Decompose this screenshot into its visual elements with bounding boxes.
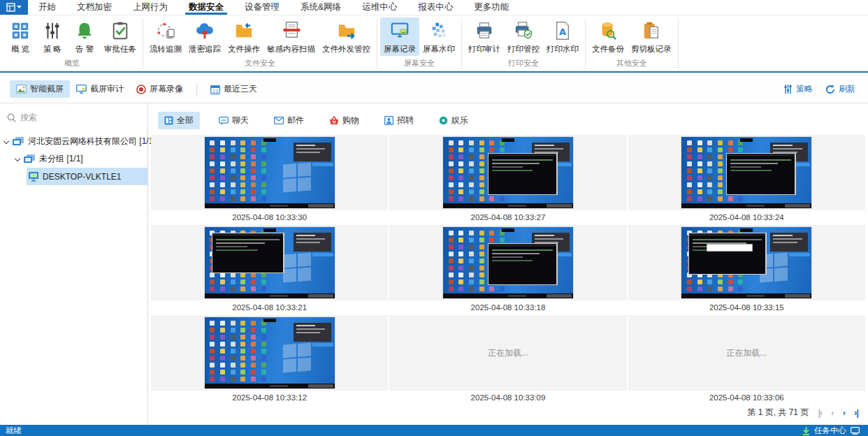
clipboard-record-button[interactable]: 剪切板记录	[628, 17, 675, 56]
screen-watermark-button[interactable]: 屏幕水印	[419, 17, 458, 56]
tab-mail[interactable]: 邮件	[268, 112, 310, 129]
tree-node-ungrouped[interactable]: 未分组 [1/1]	[0, 150, 147, 168]
approval-tasks-button[interactable]: 审批任务	[101, 17, 140, 56]
policy-button[interactable]: 策 略	[36, 17, 68, 56]
screenshot-thumbnail[interactable]	[443, 227, 573, 298]
policy-link-button[interactable]: 策略	[782, 80, 814, 98]
capture-audit-button[interactable]: 截屏审计	[70, 80, 130, 98]
tree-node-label: DESKTOP-VLKTLE1	[43, 172, 122, 182]
screenshot-thumbnail[interactable]	[205, 317, 335, 388]
refresh-button[interactable]: 刷新	[824, 80, 857, 98]
button-label: 敏感内容扫描	[267, 44, 315, 54]
file-operation-button[interactable]: 文件操作	[224, 17, 263, 56]
tree-node-desktop[interactable]: DESKTOP-VLKTLE1	[0, 168, 147, 185]
category-tabs: 全部 聊天 邮件 购物 招聘 娱乐	[158, 112, 868, 129]
console-window	[488, 243, 558, 285]
menu-item-data-security[interactable]: 数据安全	[178, 0, 234, 15]
main-panel: 全部 聊天 邮件 购物 招聘 娱乐	[148, 103, 868, 425]
prev-page-button[interactable]: ‹	[831, 407, 833, 418]
screen-video-button[interactable]: 屏幕录像	[130, 80, 189, 98]
task-center-link[interactable]: 任务中心	[814, 426, 846, 436]
shopping-basket-icon	[329, 116, 339, 125]
tab-shopping[interactable]: 购物	[323, 112, 366, 129]
ribbon-group-label: 文件安全	[143, 57, 377, 71]
tray-window-icon[interactable]	[851, 427, 860, 435]
app-menu-button[interactable]	[0, 0, 28, 15]
search-placeholder: 搜索	[20, 112, 37, 124]
screenshot-thumbnail[interactable]	[205, 227, 335, 298]
thumbnail-frame	[628, 135, 865, 210]
flow-trace-button[interactable]: 流转追溯	[146, 17, 185, 56]
overview-button[interactable]: 概 览	[4, 17, 36, 56]
notification-toast	[770, 233, 808, 252]
button-label: 流转追溯	[150, 44, 182, 54]
recent-three-days-button[interactable]: 23 最近三天	[204, 80, 263, 98]
menu-item-more[interactable]: 更多功能	[463, 0, 519, 15]
first-page-button[interactable]: |‹	[818, 407, 822, 418]
tab-label: 娱乐	[451, 115, 468, 126]
tree-node-company[interactable]: 河北安固云网络科技有限公司 [1/1]	[0, 133, 147, 150]
blue-strip	[312, 253, 333, 256]
app-icon	[6, 3, 15, 12]
grid-icon	[164, 116, 173, 125]
thumbnail-frame	[389, 135, 626, 210]
print-control-button[interactable]: 打印管控	[504, 17, 543, 56]
computers-group-icon	[24, 154, 36, 164]
print-audit-button[interactable]: 打印审计	[465, 17, 504, 56]
tab-label: 邮件	[287, 115, 304, 126]
windows-logo	[283, 253, 311, 283]
button-label: 泄密追踪	[189, 44, 221, 54]
tab-entertainment[interactable]: 娱乐	[433, 112, 475, 129]
monitor-record-icon	[390, 20, 410, 42]
leak-trace-button[interactable]: 泄密追踪	[185, 17, 224, 56]
svg-text:A: A	[559, 27, 567, 37]
button-label: 文件备份	[592, 44, 624, 54]
sub-toolbar: 智能截屏 截屏审计 屏幕录像 23 最近三天 策略 刷新	[0, 73, 868, 103]
screenshot-cell: 正在加载... 2025-04-08 10:33:06	[628, 315, 865, 404]
button-label: 策略	[796, 83, 813, 95]
print-watermark-button[interactable]: A 打印水印	[543, 17, 582, 56]
search-input[interactable]: 搜索	[0, 108, 147, 127]
tab-all[interactable]: 全部	[158, 112, 200, 129]
menu-item-report-center[interactable]: 报表中心	[407, 0, 463, 15]
menu-item-ops-center[interactable]: 运维中心	[352, 0, 407, 15]
top-widget	[740, 228, 753, 232]
smart-capture-button[interactable]: 智能截屏	[10, 80, 70, 98]
top-widget	[263, 228, 276, 232]
ribbon-separator	[678, 18, 679, 69]
tab-chat[interactable]: 聊天	[212, 112, 255, 129]
next-page-button[interactable]: ›	[843, 407, 845, 418]
cloud-arrow-icon	[195, 20, 215, 42]
ribbon-group-file-security: 流转追溯 泄密追踪 文件操作 敏感内容扫描 文件外发管控 文件安全	[143, 16, 377, 71]
file-outgoing-control-button[interactable]: 文件外发管控	[319, 17, 374, 56]
top-widget	[263, 319, 276, 322]
screenshot-timestamp: 2025-04-08 10:33:27	[389, 210, 626, 224]
alert-button[interactable]: 告 警	[68, 17, 101, 56]
screen-record-button[interactable]: 屏幕记录	[380, 17, 419, 56]
menu-item-device-mgmt[interactable]: 设备管理	[234, 0, 290, 15]
chevron-expand-icon[interactable]	[15, 155, 20, 161]
database-search-icon	[598, 20, 618, 42]
button-label: 审批任务	[104, 44, 136, 54]
last-page-button[interactable]: ›|	[854, 407, 858, 418]
taskbar	[205, 384, 335, 388]
menu-item-system-network[interactable]: 系统&网络	[290, 0, 352, 15]
thumbnail-frame	[151, 225, 388, 300]
blue-strip	[312, 163, 333, 166]
button-label: 截屏审计	[90, 83, 124, 95]
screenshot-thumbnail[interactable]	[681, 137, 811, 208]
tab-recruit[interactable]: 招聘	[378, 112, 420, 129]
menu-item-doc-encrypt[interactable]: 文档加密	[66, 0, 122, 15]
dialog-box	[707, 244, 753, 252]
page-info: 第 1 页, 共 71 页	[747, 407, 809, 419]
screenshot-thumbnail[interactable]	[443, 137, 573, 208]
menu-item-start[interactable]: 开始	[28, 0, 66, 15]
screenshot-thumbnail[interactable]	[205, 137, 335, 208]
overview-grid-icon	[10, 20, 30, 42]
sensitive-scan-button[interactable]: 敏感内容扫描	[263, 17, 319, 56]
screenshot-thumbnail[interactable]	[681, 227, 811, 298]
menu-item-web-behavior[interactable]: 上网行为	[122, 0, 178, 15]
taskbar	[443, 203, 573, 208]
chevron-expand-icon[interactable]	[3, 138, 9, 143]
file-backup-button[interactable]: 文件备份	[588, 17, 628, 56]
